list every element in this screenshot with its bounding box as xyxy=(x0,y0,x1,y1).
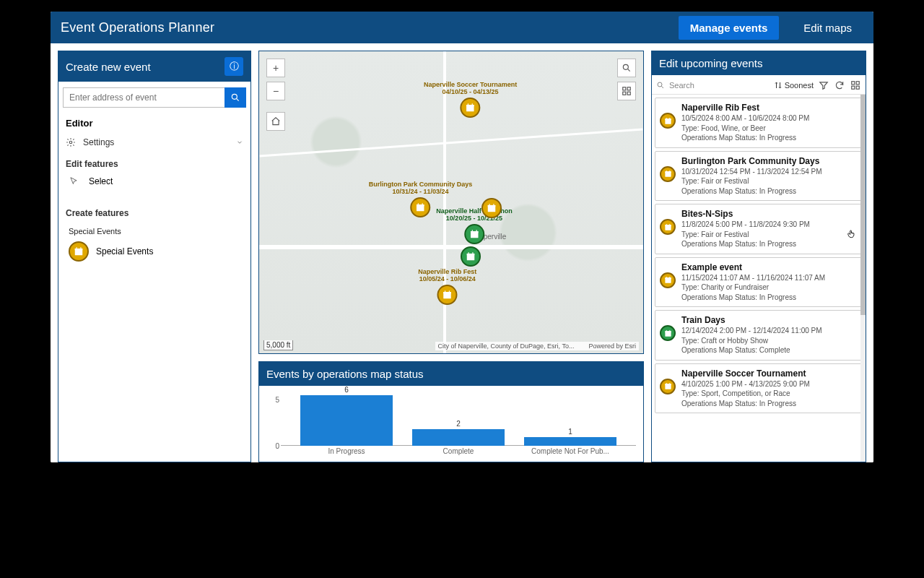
x-label: Complete Not For Pub... xyxy=(531,447,609,455)
event-title: Burlington Park Community Days xyxy=(681,156,856,166)
calendar-icon xyxy=(69,241,89,262)
map-scale: 5,000 ft xyxy=(263,340,293,350)
zoom-in-button[interactable]: + xyxy=(266,59,285,77)
event-status: Operations Map Status: Complete xyxy=(681,345,856,355)
bar: 6 xyxy=(300,386,393,446)
layout-toggle-button[interactable] xyxy=(850,79,861,91)
filter-icon xyxy=(819,80,829,90)
address-search-button[interactable] xyxy=(225,87,246,108)
settings-label: Settings xyxy=(83,137,114,147)
event-list-item[interactable]: Burlington Park Community Days 10/31/202… xyxy=(655,151,863,202)
edit-maps-button[interactable]: Edit maps xyxy=(792,16,863,40)
calendar-icon xyxy=(660,113,676,129)
x-label: Complete xyxy=(443,447,474,455)
home-icon xyxy=(271,116,281,126)
basemap-button[interactable] xyxy=(617,82,636,100)
event-dates: 12/14/2024 2:00 PM - 12/14/2024 11:00 PM xyxy=(681,326,856,336)
chart-title: Events by operations map status xyxy=(266,368,424,380)
settings-row[interactable]: Settings xyxy=(58,133,250,152)
bar-value: 6 xyxy=(344,386,349,394)
svg-rect-17 xyxy=(623,92,626,95)
calendar-icon xyxy=(464,224,484,244)
svg-point-19 xyxy=(658,82,662,87)
map-marker[interactable] xyxy=(481,198,502,218)
event-title: Naperville Rib Fest xyxy=(681,103,856,113)
event-list-item[interactable]: Train Days 12/14/2024 2:00 PM - 12/14/20… xyxy=(655,310,863,361)
chevron-down-icon xyxy=(236,139,243,146)
map-marker[interactable]: Naperville Soccer Tournament04/10/25 - 0… xyxy=(424,82,517,118)
svg-line-11 xyxy=(236,98,238,100)
event-list-item[interactable]: Example event 11/15/2024 11:07 AM - 11/1… xyxy=(655,257,863,308)
map-marker[interactable] xyxy=(461,246,481,267)
calendar-icon xyxy=(437,285,458,305)
sort-button[interactable]: Soonest xyxy=(774,81,814,90)
svg-line-20 xyxy=(661,86,663,88)
svg-line-14 xyxy=(627,69,629,71)
address-search-input[interactable] xyxy=(63,87,225,108)
feature-template-special-events[interactable]: Special Events xyxy=(58,237,250,266)
svg-point-10 xyxy=(232,94,237,99)
svg-rect-18 xyxy=(627,92,630,95)
event-type: Type: Fair or Festival xyxy=(681,230,856,240)
info-icon[interactable]: ⓘ xyxy=(225,57,243,76)
bar: 2 xyxy=(412,420,505,446)
sort-icon xyxy=(774,81,783,90)
calendar-icon xyxy=(660,379,676,394)
event-list-item[interactable]: Bites-N-Sips 11/8/2024 5:00 PM - 11/8/20… xyxy=(655,204,863,254)
select-label: Select xyxy=(89,176,113,186)
event-type: Type: Charity or Fundraiser xyxy=(681,282,856,293)
editor-section-title: Editor xyxy=(58,112,250,133)
bar: 1 xyxy=(524,428,616,446)
home-button[interactable] xyxy=(266,112,285,131)
gear-icon xyxy=(66,137,76,147)
event-dates: 11/15/2024 11:07 AM - 11/16/2024 11:07 A… xyxy=(681,273,856,283)
svg-rect-24 xyxy=(856,86,859,89)
y-tick: 0 xyxy=(275,442,279,450)
grid-icon xyxy=(850,80,860,90)
event-title: Train Days xyxy=(681,315,856,325)
event-status: Operations Map Status: In Progress xyxy=(681,239,856,249)
svg-point-12 xyxy=(69,141,72,144)
search-icon xyxy=(622,63,632,73)
event-list-item[interactable]: Naperville Rib Fest 10/5/2024 8:00 AM - … xyxy=(655,98,863,148)
map[interactable]: Naperville Naperville Soccer Tournament0… xyxy=(259,51,643,353)
event-type: Type: Craft or Hobby Show xyxy=(681,336,856,346)
manage-events-button[interactable]: Manage events xyxy=(679,16,780,40)
create-features-label: Create features xyxy=(58,201,250,221)
calendar-icon xyxy=(660,166,676,182)
bar-value: 1 xyxy=(568,428,572,436)
calendar-icon xyxy=(481,198,502,218)
event-dates: 10/31/2024 12:54 PM - 11/3/2024 12:54 PM xyxy=(681,167,856,177)
calendar-icon xyxy=(660,325,676,341)
app-title: Event Operations Planner xyxy=(61,20,214,35)
event-list-item[interactable]: Naperville Soccer Tournament 4/10/2025 1… xyxy=(655,363,863,414)
bar-value: 2 xyxy=(456,420,461,428)
select-tool[interactable]: Select xyxy=(58,172,250,191)
event-search-input[interactable]: Search xyxy=(656,81,770,90)
zoom-out-button[interactable]: − xyxy=(266,82,285,100)
event-title: Example event xyxy=(681,262,856,272)
calendar-icon xyxy=(461,98,481,118)
event-dates: 10/5/2024 8:00 AM - 10/6/2024 8:00 PM xyxy=(681,113,856,124)
svg-rect-22 xyxy=(856,82,859,85)
map-marker[interactable]: Naperville Rib Fest10/05/24 - 10/06/24 xyxy=(418,269,476,305)
grid-icon xyxy=(622,86,632,96)
search-map-button[interactable] xyxy=(617,59,636,77)
refresh-button[interactable] xyxy=(834,79,845,91)
event-type: Type: Sport, Competition, or Race xyxy=(681,389,856,399)
refresh-icon xyxy=(834,80,845,90)
svg-rect-15 xyxy=(623,87,626,90)
filter-button[interactable] xyxy=(818,79,829,91)
x-label: In Progress xyxy=(328,447,365,455)
create-event-title: Create new event xyxy=(66,61,151,73)
event-list[interactable]: Naperville Rib Fest 10/5/2024 8:00 AM - … xyxy=(652,95,866,462)
marker-label: Naperville Soccer Tournament04/10/25 - 0… xyxy=(424,82,517,96)
search-icon xyxy=(656,81,665,90)
feature-template-label: Special Events xyxy=(96,246,153,256)
calendar-icon xyxy=(410,197,430,217)
scrollbar-thumb[interactable] xyxy=(860,95,866,315)
edit-features-label: Edit features xyxy=(58,152,250,172)
cursor-icon xyxy=(69,176,79,186)
event-search-placeholder: Search xyxy=(669,81,694,90)
event-dates: 11/8/2024 5:00 PM - 11/8/2024 9:30 PM xyxy=(681,220,856,230)
